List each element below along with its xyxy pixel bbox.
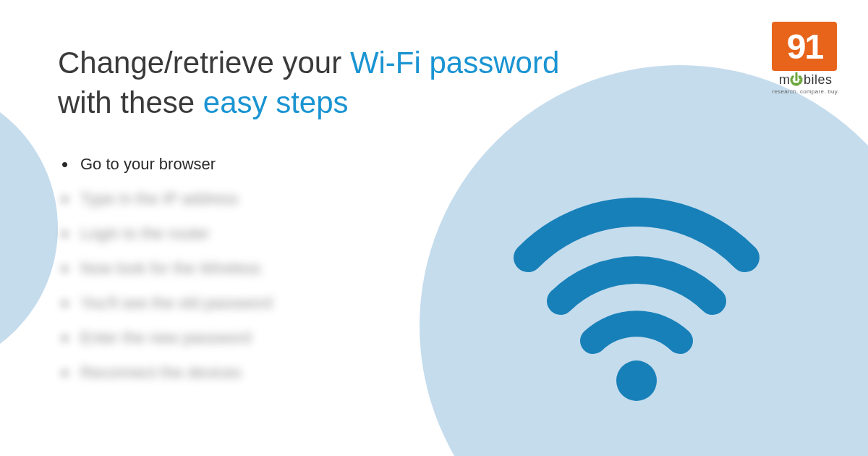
logo-tagline: research. compare. buy. [772, 88, 839, 95]
logo-badge: 91 [772, 22, 837, 71]
wifi-icon [499, 185, 774, 405]
brand-logo: 91 m⏻biles research. compare. buy. [772, 22, 839, 95]
logo-number: 91 [787, 27, 822, 67]
svg-point-0 [616, 360, 657, 401]
logo-brand-text: m⏻biles [772, 72, 839, 88]
headline: Change/retrieve your Wi-Fi password with… [58, 43, 579, 122]
step-item: Go to your browser [61, 155, 810, 174]
